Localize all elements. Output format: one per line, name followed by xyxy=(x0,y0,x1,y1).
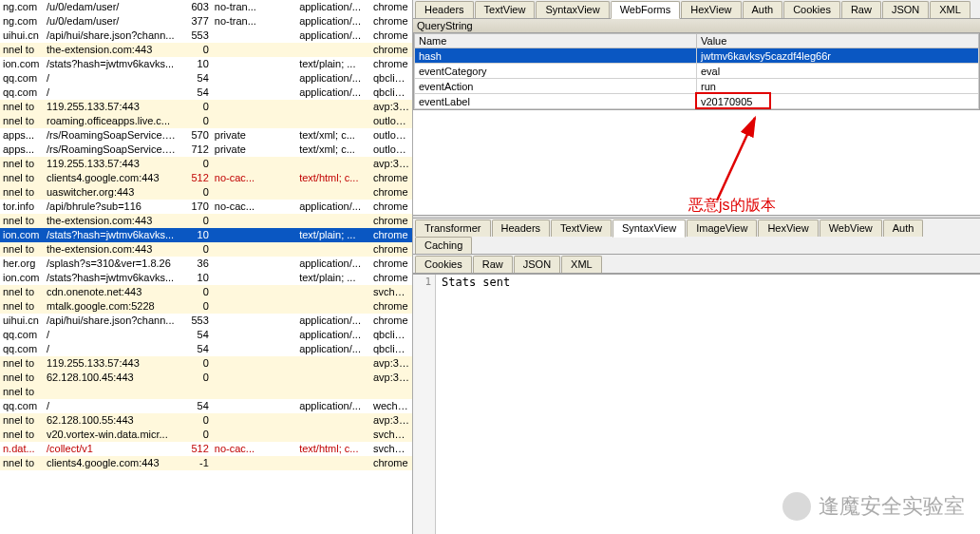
tab-webforms[interactable]: WebForms xyxy=(611,1,681,19)
table-row[interactable]: ion.com/stats?hash=jwtmv6kavks...10text/… xyxy=(0,228,412,242)
querystring-row[interactable]: eventLabelv20170905 xyxy=(415,94,979,109)
tab-hexview[interactable]: HexView xyxy=(758,219,818,237)
table-row[interactable]: qq.com/54application/...qbclien... xyxy=(0,71,412,86)
querystring-row[interactable]: eventCategoryeval xyxy=(415,64,979,79)
table-row[interactable]: qq.com/54application/...wechat... xyxy=(0,399,412,413)
table-row[interactable]: nnel toroaming.officeapps.live.c...0outl… xyxy=(0,114,412,128)
table-row[interactable]: ng.com/u/0/edam/user/377no-tran...applic… xyxy=(0,14,412,29)
table-row[interactable]: nnel toclients4.google.com:443512no-cac.… xyxy=(0,171,412,185)
tab-headers[interactable]: Headers xyxy=(415,1,474,18)
request-tabs: HeadersTextViewSyntaxViewWebFormsHexView… xyxy=(413,0,980,19)
table-row[interactable]: ion.com/stats?hash=jwtmv6kavks...10text/… xyxy=(0,57,412,71)
sessions-table[interactable]: ng.com/u/0/edam/user/603no-tran...applic… xyxy=(0,0,412,470)
table-row[interactable]: qq.com/54application/...qbclien... xyxy=(0,86,412,100)
tab-json[interactable]: JSON xyxy=(514,256,560,273)
response-tabs-row1: TransformerHeadersTextViewSyntaxViewImag… xyxy=(413,219,980,255)
tab-hexview[interactable]: HexView xyxy=(681,1,741,18)
table-row[interactable]: nnel to119.255.133.57:4430avp:37... xyxy=(0,157,412,171)
tab-auth[interactable]: Auth xyxy=(743,1,783,18)
table-row[interactable]: qq.com/54application/...qbclien... xyxy=(0,328,412,342)
tab-syntaxview[interactable]: SyntaxView xyxy=(612,219,686,238)
annotation-text: 恶意js的版本 xyxy=(688,196,776,216)
tab-imageview[interactable]: ImageView xyxy=(687,219,757,237)
querystring-header: QueryString xyxy=(413,19,980,33)
tab-auth[interactable]: Auth xyxy=(883,219,924,237)
response-tabs-row2: CookiesRawJSONXML xyxy=(413,255,980,274)
table-row[interactable]: apps.../rs/RoamingSoapService.svc712priv… xyxy=(0,143,412,157)
tab-json[interactable]: JSON xyxy=(882,1,929,18)
table-row[interactable]: her.org/splash?s=310&ver=1.8.2636applica… xyxy=(0,257,412,271)
table-row[interactable]: nnel toclients4.google.com:443-1chrome xyxy=(0,456,412,470)
response-text: Stats sent xyxy=(436,275,516,534)
table-row[interactable]: uihui.cn/api/hui/share.json?chann...553a… xyxy=(0,29,412,43)
table-row[interactable]: nnel tothe-extension.com:4430chrome xyxy=(0,242,412,257)
table-row[interactable]: ng.com/u/0/edam/user/603no-tran...applic… xyxy=(0,0,412,14)
tab-textview[interactable]: TextView xyxy=(475,1,536,18)
tab-cookies[interactable]: Cookies xyxy=(783,1,840,18)
table-row[interactable]: nnel tomtalk.google.com:52280chrome xyxy=(0,299,412,314)
tab-textview[interactable]: TextView xyxy=(551,219,612,237)
table-row[interactable]: nnel to xyxy=(0,385,412,399)
table-row[interactable]: apps.../rs/RoamingSoapService.svc570priv… xyxy=(0,128,412,143)
tab-xml[interactable]: XML xyxy=(561,256,602,273)
table-row[interactable]: nnel tothe-extension.com:4430chrome xyxy=(0,43,412,57)
querystring-row[interactable]: hashjwtmv6kavksy5cazdf4leg66r xyxy=(415,48,979,64)
tab-raw[interactable]: Raw xyxy=(473,256,513,273)
querystring-table[interactable]: Name Value hashjwtmv6kavksy5cazdf4leg66r… xyxy=(413,33,980,110)
svg-line-0 xyxy=(717,118,755,200)
querystring-row[interactable]: eventActionrun xyxy=(415,79,979,94)
table-row[interactable]: nnel to119.255.133.57:4430avp:37... xyxy=(0,100,412,114)
inspector-panel: HeadersTextViewSyntaxViewWebFormsHexView… xyxy=(413,0,980,534)
table-row[interactable]: n.dat.../collect/v1512no-cac...text/html… xyxy=(0,442,412,456)
table-row[interactable]: nnel to62.128.100.45:4430avp:37... xyxy=(0,371,412,385)
sessions-panel[interactable]: ng.com/u/0/edam/user/603no-tran...applic… xyxy=(0,0,413,534)
table-row[interactable]: nnel tov20.vortex-win.data.micr...0svcho… xyxy=(0,428,412,442)
column-value[interactable]: Value xyxy=(697,34,979,48)
tab-caching[interactable]: Caching xyxy=(415,237,472,254)
table-row[interactable]: nnel tothe-extension.com:4430chrome xyxy=(0,214,412,228)
table-row[interactable]: tor.info/api/bhrule?sub=116170no-cac...a… xyxy=(0,200,412,214)
table-row[interactable]: nnel to119.255.133.57:4430avp:37... xyxy=(0,356,412,371)
tab-cookies[interactable]: Cookies xyxy=(415,256,472,273)
annotation-area: 恶意js的版本 xyxy=(413,110,980,215)
tab-xml[interactable]: XML xyxy=(930,1,971,18)
table-row[interactable]: nnel touaswitcher.org:4430chrome xyxy=(0,185,412,200)
column-name[interactable]: Name xyxy=(415,34,697,48)
tab-raw[interactable]: Raw xyxy=(841,1,881,18)
tab-headers[interactable]: Headers xyxy=(492,219,551,237)
table-row[interactable]: nnel to62.128.100.55:4430avp:37... xyxy=(0,413,412,428)
table-row[interactable]: nnel tocdn.onenote.net:4430svchos... xyxy=(0,285,412,299)
response-gutter: 1 xyxy=(413,275,436,534)
tab-webview[interactable]: WebView xyxy=(820,219,882,237)
tab-syntaxview[interactable]: SyntaxView xyxy=(536,1,609,18)
response-body[interactable]: 1 Stats sent xyxy=(413,274,980,534)
tab-transformer[interactable]: Transformer xyxy=(415,219,491,237)
table-row[interactable]: qq.com/54application/...qbclien... xyxy=(0,342,412,356)
table-row[interactable]: uihui.cn/api/hui/share.json?chann...553a… xyxy=(0,314,412,328)
table-row[interactable]: ion.com/stats?hash=jwtmv6kavks...10text/… xyxy=(0,271,412,285)
